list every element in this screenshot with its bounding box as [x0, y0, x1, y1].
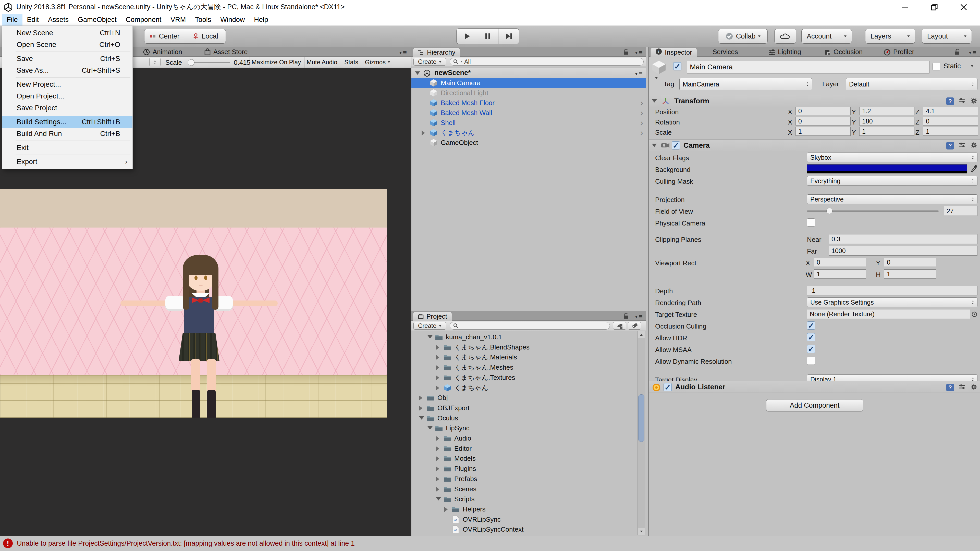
- menu-item-save-project[interactable]: Save Project: [2, 102, 132, 114]
- active-checkbox[interactable]: ✓: [673, 62, 681, 70]
- slider-thumb[interactable]: [826, 208, 832, 214]
- project-item--[interactable]: くまちゃん: [411, 383, 637, 393]
- scroll-up-arrow[interactable]: [638, 331, 645, 338]
- transform-component-header[interactable]: Transform ?: [649, 95, 980, 106]
- expander-icon[interactable]: [436, 487, 439, 492]
- hierarchy-item-shell[interactable]: Shell›: [411, 118, 646, 128]
- transform-rotation-y-field[interactable]: 180: [859, 117, 915, 125]
- camera-enabled-checkbox[interactable]: ✓: [672, 141, 680, 149]
- project-scrollbar[interactable]: [638, 331, 645, 535]
- project-item--materials[interactable]: くまちゃん.Materials: [411, 352, 637, 362]
- close-button[interactable]: [952, 0, 975, 14]
- eyedropper-icon[interactable]: [970, 164, 977, 174]
- transform-scale-x-field[interactable]: 1: [795, 127, 851, 136]
- select-prefab-arrow-icon[interactable]: ›: [640, 128, 643, 137]
- transform-position-x-field[interactable]: 0: [795, 106, 851, 115]
- hierarchy-search-input[interactable]: All: [450, 58, 644, 65]
- aspect-stepper[interactable]: [149, 58, 161, 66]
- menu-item-open-scene[interactable]: Open SceneCtrl+O: [2, 39, 132, 51]
- camera-rendering-path-dropdown[interactable]: Use Graphics Settings: [807, 297, 977, 307]
- hierarchy-item-directional-light[interactable]: Directional Light: [411, 88, 646, 98]
- lock-icon[interactable]: [623, 313, 629, 321]
- gameobject-name-field[interactable]: Main Camera: [687, 61, 929, 73]
- camera-far-field[interactable]: 1000: [829, 246, 977, 256]
- lock-icon[interactable]: [623, 48, 629, 57]
- select-prefab-arrow-icon[interactable]: ›: [640, 118, 643, 127]
- expander-icon[interactable]: [436, 375, 439, 380]
- menubar-item-window[interactable]: Window: [216, 14, 249, 25]
- static-dropdown-icon[interactable]: [971, 65, 974, 67]
- pane-menu-icon[interactable]: ▼≡: [635, 49, 642, 57]
- expander-icon[interactable]: [444, 507, 448, 512]
- menu-item-exit[interactable]: Exit: [2, 142, 132, 154]
- expander-icon[interactable]: [419, 395, 422, 400]
- expander-icon[interactable]: [436, 365, 439, 370]
- camera-viewport-h-field[interactable]: 1: [884, 269, 936, 279]
- project-item-ovrlipsync[interactable]: C#OVRLipSync: [411, 514, 637, 524]
- presets-icon[interactable]: [959, 97, 966, 105]
- hierarchy-item-baked-mesh-floor[interactable]: Baked Mesh Floor›: [411, 98, 646, 108]
- transform-rotation-x-field[interactable]: 0: [795, 117, 851, 125]
- expander-icon[interactable]: [436, 436, 439, 441]
- expander-icon[interactable]: [419, 406, 422, 411]
- select-prefab-arrow-icon[interactable]: ›: [640, 108, 643, 118]
- camera-clear-flags-dropdown[interactable]: Skybox: [807, 152, 977, 162]
- cloud-button[interactable]: [774, 29, 796, 44]
- game-button-gizmos[interactable]: Gizmos: [363, 57, 392, 68]
- camera-clipping-planes-field[interactable]: 0.3: [829, 234, 977, 244]
- camera-viewport-y-field[interactable]: 0: [884, 258, 936, 267]
- pane-menu-icon[interactable]: ▼≡: [968, 49, 976, 57]
- object-picker-icon[interactable]: [971, 311, 977, 318]
- menu-item-new-scene[interactable]: New SceneCtrl+N: [2, 27, 132, 39]
- camera-field-of-view-value-field[interactable]: 27: [944, 206, 977, 216]
- tab-profiler[interactable]: Profiler: [883, 47, 914, 57]
- rotation-toggle-button[interactable]: Local: [185, 29, 226, 44]
- project-item-helpers[interactable]: Helpers: [411, 504, 637, 514]
- tab-lighting[interactable]: Lighting: [768, 47, 801, 57]
- camera-component-header[interactable]: ✓ Camera ?: [649, 139, 980, 151]
- expander-icon[interactable]: [436, 466, 439, 472]
- expander-icon[interactable]: [436, 446, 439, 451]
- menu-item-build-settings-[interactable]: Build Settings...Ctrl+Shift+B: [2, 116, 132, 128]
- project-item-editor[interactable]: Editor: [411, 444, 637, 454]
- tab-project[interactable]: Project: [413, 312, 452, 321]
- audio-listener-header[interactable]: ✓ Audio Listener ?: [649, 381, 980, 393]
- audio-listener-checkbox[interactable]: ✓: [663, 383, 672, 391]
- search-by-label-button[interactable]: [628, 322, 641, 330]
- tag-dropdown[interactable]: MainCamera: [679, 78, 812, 90]
- menu-item-new-project-[interactable]: New Project...: [2, 79, 132, 90]
- menubar-item-edit[interactable]: Edit: [22, 14, 44, 25]
- project-search-input[interactable]: [450, 322, 610, 330]
- menubar-item-file[interactable]: File: [2, 14, 22, 25]
- project-item--meshes[interactable]: くまちゃん.Meshes: [411, 362, 637, 372]
- presets-icon[interactable]: [959, 141, 966, 150]
- expander-icon[interactable]: [428, 335, 433, 338]
- expander-icon[interactable]: [422, 130, 425, 135]
- expander-icon[interactable]: [436, 497, 441, 500]
- hierarchy-item-gameobject[interactable]: GameObject: [411, 138, 646, 148]
- project-item-ovrlipsynccontext[interactable]: C#OVRLipSyncContext: [411, 524, 637, 534]
- collab-button[interactable]: Collab: [718, 29, 768, 44]
- account-dropdown[interactable]: Account: [801, 29, 852, 44]
- game-button-mute-audio[interactable]: Mute Audio: [304, 57, 339, 68]
- menu-item-export[interactable]: Export›: [2, 156, 132, 168]
- gear-icon[interactable]: [970, 141, 977, 150]
- menu-item-open-project-[interactable]: Open Project...: [2, 90, 132, 102]
- camera-projection-dropdown[interactable]: Perspective: [807, 194, 977, 204]
- help-icon[interactable]: ?: [946, 142, 954, 149]
- camera-target-texture-object-field[interactable]: None (Render Texture): [807, 309, 970, 319]
- presets-icon[interactable]: [959, 383, 966, 392]
- camera-depth-field[interactable]: -1: [807, 286, 977, 295]
- expander-icon[interactable]: [436, 345, 439, 350]
- scale-slider[interactable]: [188, 62, 230, 63]
- play-button[interactable]: [456, 28, 477, 44]
- pane-menu-icon[interactable]: ▼≡: [635, 70, 642, 78]
- pause-button[interactable]: [477, 28, 498, 44]
- menu-item-build-and-run[interactable]: Build And RunCtrl+B: [2, 128, 132, 140]
- tab-occlusion[interactable]: Occlusion: [824, 47, 862, 57]
- project-item-obj[interactable]: Obj: [411, 393, 637, 403]
- transform-scale-z-field[interactable]: 1: [923, 127, 978, 136]
- expander-icon[interactable]: [436, 355, 439, 360]
- project-item-lipsync[interactable]: LipSync: [411, 423, 637, 433]
- menubar-item-tools[interactable]: Tools: [190, 14, 216, 25]
